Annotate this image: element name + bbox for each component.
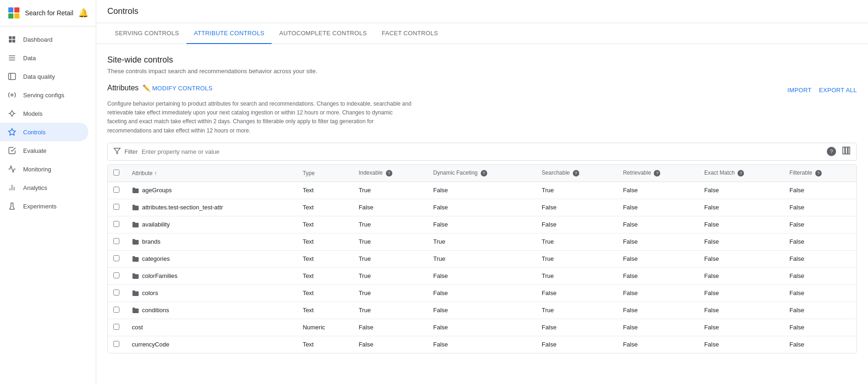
- svg-rect-1: [14, 7, 19, 13]
- row-checkbox[interactable]: [113, 255, 119, 261]
- filterable-cell: False: [784, 336, 856, 353]
- dynamic_faceting-cell: False: [428, 199, 536, 216]
- sidebar-item-controls[interactable]: Controls: [0, 123, 88, 141]
- filter-actions: ?: [827, 146, 851, 157]
- svg-rect-26: [848, 147, 849, 154]
- searchable-cell: False: [536, 284, 618, 302]
- svg-point-13: [11, 94, 13, 96]
- table-row: currencyCodeTextFalseFalseFalseFalseFals…: [108, 336, 856, 353]
- section-subtitle: These controls impact search and recomme…: [107, 68, 857, 75]
- table-row: categoriesTextTrueTrueTrueFalseFalseFals…: [108, 250, 856, 267]
- sidebar-item-data[interactable]: Data: [0, 49, 88, 67]
- sidebar-item-label: Data: [23, 55, 36, 62]
- info-icon[interactable]: ?: [654, 170, 660, 176]
- attr-cell: currencyCode: [126, 336, 297, 353]
- info-icon[interactable]: ?: [738, 170, 744, 176]
- controls-icon: [7, 127, 17, 137]
- columns-icon[interactable]: [842, 146, 851, 157]
- dynamic_faceting-cell: False: [428, 216, 536, 233]
- attr-cell: cost: [126, 319, 297, 336]
- row-checkbox[interactable]: [113, 187, 119, 193]
- info-icon[interactable]: ?: [815, 170, 822, 176]
- select-all-checkbox[interactable]: [113, 170, 119, 176]
- searchable-cell: True: [536, 302, 618, 319]
- sidebar-item-dashboard[interactable]: Dashboard: [0, 30, 88, 49]
- info-icon[interactable]: ?: [481, 170, 487, 176]
- row-checkbox[interactable]: [113, 204, 119, 210]
- filter-bar: Filter ?: [107, 143, 857, 161]
- filterable-cell: False: [784, 302, 856, 319]
- sort-icon[interactable]: ↑: [154, 170, 157, 176]
- tab-serving[interactable]: SERVING CONTROLS: [107, 23, 186, 44]
- type-cell: Text: [297, 267, 353, 284]
- row-checkbox-cell: [108, 336, 126, 353]
- sidebar-item-models[interactable]: Models: [0, 104, 88, 123]
- tab-attribute[interactable]: ATTRIBUTE CONTROLS: [186, 23, 272, 44]
- svg-rect-25: [845, 147, 847, 154]
- row-checkbox[interactable]: [113, 221, 119, 227]
- attr-cell: conditions: [126, 302, 297, 319]
- export-button[interactable]: EXPORT ALL: [819, 87, 857, 94]
- info-icon[interactable]: ?: [386, 170, 392, 176]
- type-cell: Text: [297, 336, 353, 353]
- sidebar-item-monitoring[interactable]: Monitoring: [0, 160, 88, 178]
- table-row: ageGroupsTextTrueFalseTrueFalseFalseFals…: [108, 182, 856, 199]
- experiments-icon: [7, 201, 17, 211]
- row-checkbox[interactable]: [113, 272, 119, 278]
- retrievable-cell: False: [617, 182, 699, 199]
- info-icon[interactable]: ?: [573, 170, 579, 176]
- filterable-cell: False: [784, 319, 856, 336]
- svg-rect-0: [8, 7, 13, 13]
- type-cell: Numeric: [297, 319, 353, 336]
- retrievable-cell: False: [617, 250, 699, 267]
- row-checkbox[interactable]: [113, 324, 119, 330]
- import-button[interactable]: IMPORT: [787, 87, 812, 94]
- help-icon[interactable]: ?: [827, 147, 836, 156]
- searchable-cell: False: [536, 319, 618, 336]
- row-checkbox[interactable]: [113, 307, 119, 313]
- col-attribute: Attribute ↑: [126, 165, 297, 182]
- dynamic_faceting-cell: True: [428, 250, 536, 267]
- data-quality-icon: [7, 72, 17, 81]
- indexable-cell: True: [353, 182, 428, 199]
- svg-rect-11: [9, 73, 16, 80]
- row-checkbox[interactable]: [113, 341, 119, 347]
- col-dynamic_faceting: Dynamic Faceting ?: [428, 165, 536, 182]
- filterable-cell: False: [784, 216, 856, 233]
- notification-bell-icon[interactable]: 🔔: [78, 8, 88, 18]
- table-row: colorsTextTrueFalseFalseFalseFalseFalse: [108, 284, 856, 302]
- sidebar-item-experiments[interactable]: Experiments: [0, 197, 88, 215]
- svg-rect-4: [9, 36, 12, 39]
- content-area: Site-wide controls These controls impact…: [96, 44, 868, 384]
- row-checkbox-cell: [108, 267, 126, 284]
- filterable-cell: False: [784, 199, 856, 216]
- modify-controls-link[interactable]: ✏️ MODIFY CONTROLS: [143, 84, 213, 92]
- sidebar-item-serving-configs[interactable]: Serving configs: [0, 86, 88, 104]
- sidebar-item-analytics[interactable]: Analytics: [0, 178, 88, 197]
- tab-facet[interactable]: FACET CONTROLS: [374, 23, 446, 44]
- attr-cell: categories: [126, 250, 297, 267]
- table-row: attributes.test-section_test-attrTextFal…: [108, 199, 856, 216]
- indexable-cell: True: [353, 284, 428, 302]
- col-indexable: Indexable ?: [353, 165, 428, 182]
- sidebar-item-data-quality[interactable]: Data quality: [0, 67, 88, 86]
- col-retrievable: Retrievable ?: [617, 165, 699, 182]
- sidebar-item-evaluate[interactable]: Evaluate: [0, 141, 88, 160]
- filter-input[interactable]: [142, 148, 827, 155]
- attr-name: conditions: [142, 307, 169, 314]
- filter-icon: [113, 147, 121, 156]
- row-checkbox[interactable]: [113, 290, 119, 296]
- row-checkbox[interactable]: [113, 238, 119, 244]
- main-header: Controls: [96, 0, 868, 23]
- searchable-cell: False: [536, 336, 618, 353]
- data-icon: [7, 53, 17, 63]
- type-cell: Text: [297, 284, 353, 302]
- dynamic_faceting-cell: True: [428, 233, 536, 250]
- indexable-cell: False: [353, 336, 428, 353]
- sidebar-header: Search for Retail 🔔: [0, 0, 96, 26]
- type-cell: Text: [297, 182, 353, 199]
- retrievable-cell: False: [617, 216, 699, 233]
- serving-configs-icon: [7, 90, 17, 100]
- type-cell: Text: [297, 199, 353, 216]
- tab-autocomplete[interactable]: AUTOCOMPLETE CONTROLS: [272, 23, 374, 44]
